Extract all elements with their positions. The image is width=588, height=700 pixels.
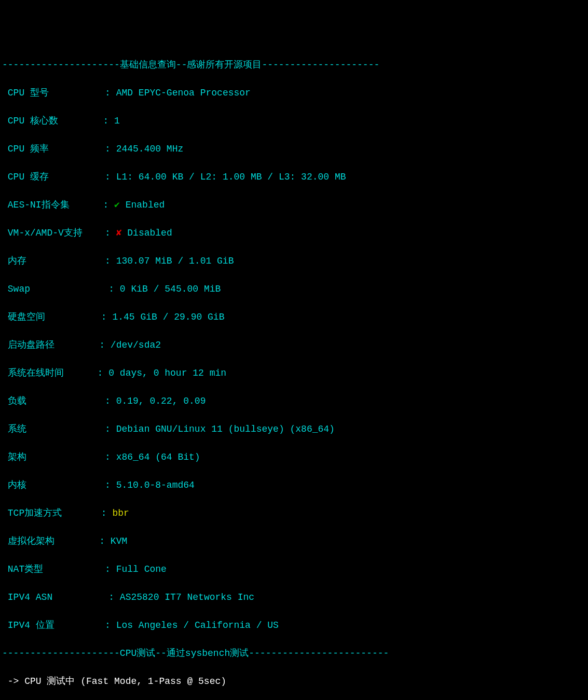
row-loc: IPV4 位置 : Los Angeles / California / US: [2, 619, 586, 633]
row-arch: 架构 : x86_64 (64 Bit): [2, 450, 586, 464]
row-asn: IPV4 ASN : AS25820 IT7 Networks Inc: [2, 591, 586, 605]
row-virt: 虚拟化架构 : KVM: [2, 534, 586, 548]
header-basic-info: ---------------------基础信息查询--感谢所有开源项目---…: [2, 58, 586, 72]
row-cpu-cores: CPU 核心数 : 1: [2, 114, 586, 128]
cpu-testing: -> CPU 测试中 (Fast Mode, 1-Pass @ 5sec): [2, 675, 586, 689]
row-cpu-freq: CPU 频率 : 2445.400 MHz: [2, 142, 586, 156]
row-load: 负载 : 0.19, 0.22, 0.09: [2, 394, 586, 408]
row-kernel: 内核 : 5.10.0-8-amd64: [2, 478, 586, 492]
row-system: 系统 : Debian GNU/Linux 11 (bullseye) (x86…: [2, 422, 586, 436]
row-disk: 硬盘空间 : 1.45 GiB / 29.90 GiB: [2, 310, 586, 324]
row-cpu-model: CPU 型号 : AMD EPYC-Genoa Processor: [2, 86, 586, 100]
check-icon: ✔: [114, 200, 120, 210]
header-cpu-test: ---------------------CPU测试--通过sysbench测试…: [2, 647, 586, 661]
row-nat: NAT类型 : Full Cone: [2, 562, 586, 577]
row-vmx: VM-x/AMD-V支持 : ✘ Disabled: [2, 226, 586, 240]
row-uptime: 系统在线时间 : 0 days, 0 hour 12 min: [2, 366, 586, 380]
cross-icon: ✘: [116, 228, 122, 238]
row-memory: 内存 : 130.07 MiB / 1.01 GiB: [2, 254, 586, 268]
row-cpu-cache: CPU 缓存 : L1: 64.00 KB / L2: 1.00 MB / L3…: [2, 170, 586, 184]
row-aes: AES-NI指令集 : ✔ Enabled: [2, 198, 586, 212]
row-swap: Swap : 0 KiB / 545.00 MiB: [2, 282, 586, 296]
row-tcp: TCP加速方式 : bbr: [2, 506, 586, 520]
row-bootdisk: 启动盘路径 : /dev/sda2: [2, 338, 586, 352]
